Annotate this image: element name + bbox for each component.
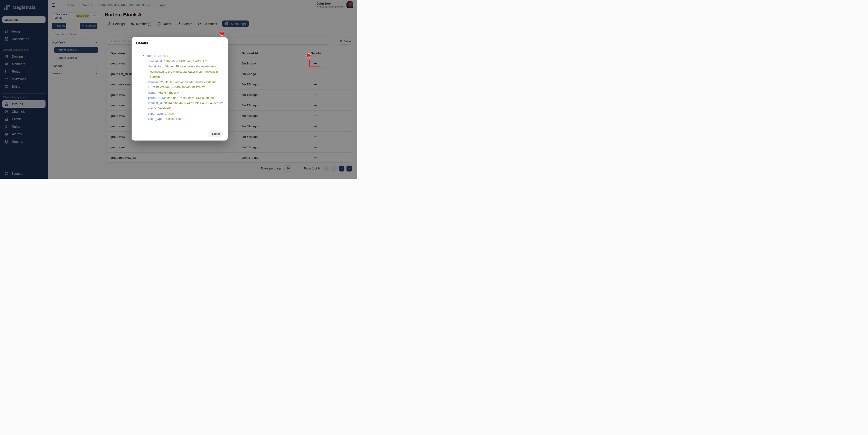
json-entry-super-admin: super_admin:false [136, 111, 224, 116]
json-entry-id: id:"39f6e73d-6414-44f7-86ff-d1dff2978cf0… [136, 85, 224, 90]
json-root-braces: {} [154, 54, 156, 57]
annotation-step-badge-2: 2 [220, 31, 224, 35]
close-icon[interactable] [219, 40, 224, 45]
json-root-node[interactable]: ▼root:{}13 keys [136, 53, 224, 59]
annotation-highlight-rect [309, 60, 320, 66]
json-entry-request-id: request_id:"831489bb-4a65-4473-a9a1-49c9… [136, 100, 224, 106]
json-entry-token-type: token_type:"access token" [136, 116, 224, 121]
json-entry-parent: parent:"81341f4e-8521-41c9-95b4-1a33925b… [136, 95, 224, 100]
details-modal: Details ▼root:{}13 keys created_at:"2025… [131, 37, 228, 141]
json-entry-name: name:"Harlem Block A" [136, 90, 224, 95]
json-entry-description: description:"Harlem Block A covers the A… [136, 64, 224, 80]
json-entry-created-at: created_at:"2025-08-19T02:24:57.782211Z" [136, 59, 224, 64]
json-tree: ▼root:{}13 keys created_at:"2025-08-19T0… [136, 53, 224, 121]
close-button[interactable]: Close [209, 130, 223, 137]
collapse-triangle-icon[interactable]: ▼ [143, 55, 145, 57]
annotation-step-badge-1: 1 [307, 54, 311, 58]
json-entry-status: status:"enabled" [136, 106, 224, 111]
json-entry-domain: domain:"292f15fe-6a8c-4d7d-adc5-8b68dcdf… [136, 80, 224, 85]
json-root-key-count: 13 keys [158, 54, 168, 57]
modal-title: Details [136, 41, 224, 45]
json-root-label: root: [146, 54, 152, 57]
